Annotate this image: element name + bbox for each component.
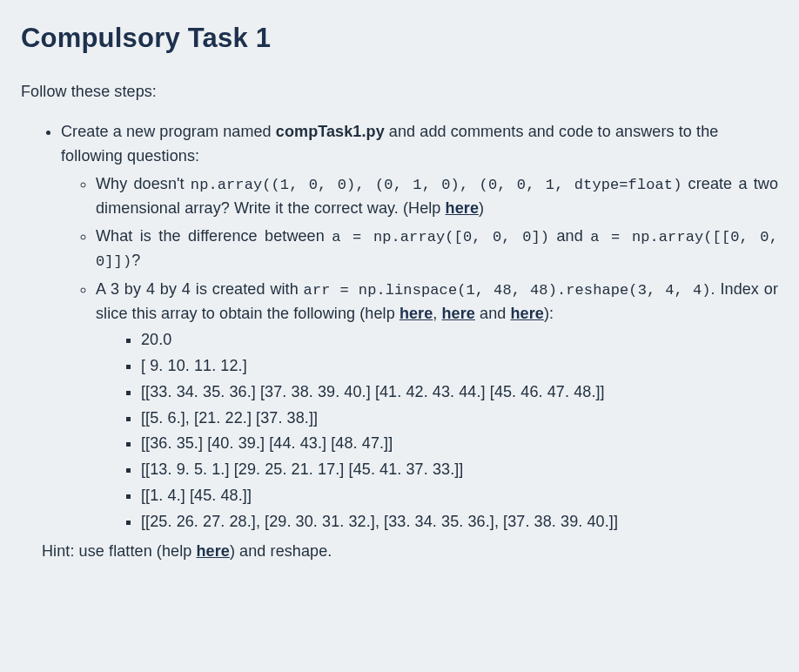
q2-seg3: ? (131, 252, 140, 269)
hint-help-link[interactable]: here (197, 542, 230, 560)
q3-seg1: A 3 by 4 by 4 is created with (96, 280, 304, 298)
q1-code: np.array((1, 0, 0), (0, 1, 0), (0, 0, 1,… (191, 177, 682, 193)
q3-sep2: and (475, 305, 511, 322)
sub-list: Why doesn't np.array((1, 0, 0), (0, 1, 0… (61, 172, 778, 534)
q3-sep1: , (433, 305, 441, 322)
q2-code1: a = np.array([0, 0, 0]) (332, 229, 549, 245)
intro-text: Follow these steps: (21, 80, 778, 104)
q3-help-link-1[interactable]: here (400, 305, 433, 322)
hint-seg2: ) and reshape. (230, 542, 332, 560)
output-item: [ 9. 10. 11. 12.] (141, 354, 778, 379)
question-2: What is the difference between a = np.ar… (96, 225, 778, 274)
hint-seg1: Hint: use flatten (help (42, 542, 197, 560)
q3-seg3: ): (544, 305, 554, 322)
q2-seg1: What is the difference between (96, 227, 332, 245)
question-1: Why doesn't np.array((1, 0, 0), (0, 1, 0… (96, 172, 778, 221)
output-item: [[25. 26. 27. 28.], [29. 30. 31. 32.], [… (141, 510, 778, 534)
output-item: [[36. 35.] [40. 39.] [44. 43.] [48. 47.]… (141, 432, 778, 456)
output-item: [[33. 34. 35. 36.] [37. 38. 39. 40.] [41… (141, 380, 778, 405)
q3-help-link-3[interactable]: here (510, 305, 543, 322)
page-title: Compulsory Task 1 (21, 17, 778, 59)
output-item: [[13. 9. 5. 1.] [29. 25. 21. 17.] [45. 4… (141, 458, 778, 482)
q1-seg3: ) (479, 199, 484, 217)
hint-text: Hint: use flatten (help here) and reshap… (42, 540, 778, 564)
q3-code: arr = np.linspace(1, 48, 48).reshape(3, … (304, 282, 711, 299)
main-bullet: Create a new program named compTask1.py … (61, 120, 778, 534)
output-item: [[5. 6.], [21. 22.] [37. 38.]] (141, 407, 778, 431)
outputs-list: 20.0 [ 9. 10. 11. 12.] [[33. 34. 35. 36.… (96, 328, 778, 534)
q1-seg1: Why doesn't (96, 175, 191, 192)
output-item: 20.0 (141, 328, 778, 353)
filename: compTask1.py (276, 123, 385, 140)
q3-help-link-2[interactable]: here (442, 305, 475, 322)
output-item: [[1. 4.] [45. 48.]] (141, 484, 778, 508)
top-list: Create a new program named compTask1.py … (21, 120, 778, 534)
bullet1-pre: Create a new program named (61, 123, 276, 140)
question-3: A 3 by 4 by 4 is created with arr = np.l… (96, 278, 778, 534)
q1-help-link[interactable]: here (446, 199, 479, 217)
q2-seg2: and (549, 227, 590, 245)
